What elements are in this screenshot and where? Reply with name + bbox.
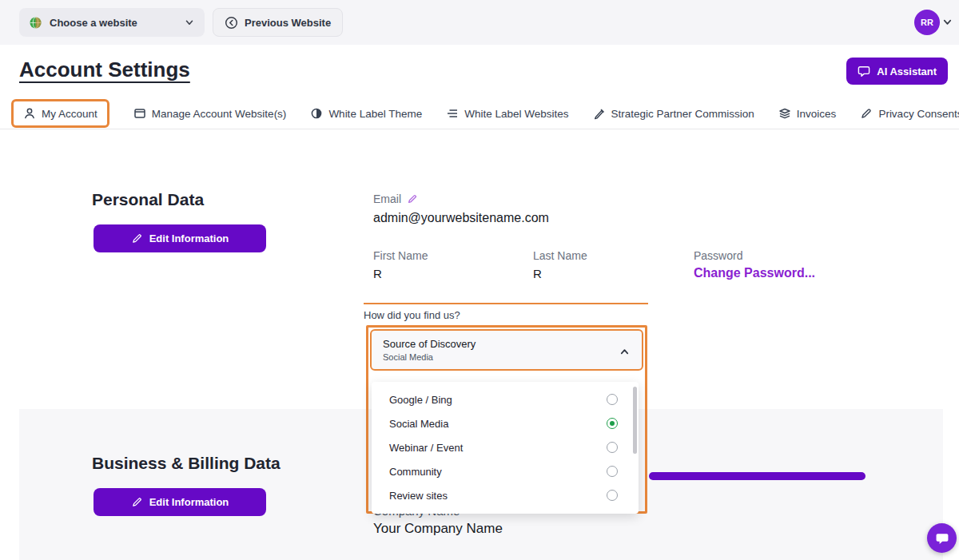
option-review-sites[interactable]: Review sites (372, 483, 639, 507)
back-arrow-icon (225, 16, 238, 30)
pencil-icon (131, 496, 143, 508)
radio-checked-icon[interactable] (607, 418, 618, 429)
tab-label: Invoices (797, 108, 837, 120)
edit-email-icon[interactable] (407, 193, 418, 205)
tab-my-account[interactable]: My Account (11, 99, 109, 128)
pencil-icon (860, 107, 873, 120)
email-value: admin@yourwebsitename.com (373, 211, 549, 225)
edit-business-info-button[interactable]: Edit Information (94, 488, 266, 516)
option-webinar-event[interactable]: Webinar / Event (372, 435, 639, 459)
pencil-icon (131, 232, 143, 244)
tabs-divider (0, 129, 959, 129)
option-community[interactable]: Community (372, 459, 639, 483)
radio-unchecked-icon[interactable] (607, 490, 618, 501)
scrollbar-thumb[interactable] (633, 387, 637, 454)
change-password-link[interactable]: Change Password... (694, 266, 815, 280)
avatar[interactable]: RR (914, 10, 940, 35)
globe-icon (29, 16, 42, 30)
chat-icon (858, 65, 870, 77)
person-icon (23, 107, 36, 120)
ai-assistant-label: AI Assistant (877, 66, 937, 77)
layers-icon (778, 107, 791, 120)
option-social-media[interactable]: Social Media (372, 411, 639, 435)
option-label: Social Media (389, 418, 607, 430)
tab-label: White Label Websites (464, 108, 568, 120)
ai-assistant-button[interactable]: AI Assistant (846, 58, 948, 85)
dropdown-title: Source of Discovery (383, 338, 631, 350)
tab-white-label-theme[interactable]: White Label Theme (310, 107, 422, 120)
tab-invoices[interactable]: Invoices (778, 107, 837, 120)
option-label: Review sites (389, 490, 607, 502)
avatar-chevron-down-icon[interactable] (941, 16, 953, 28)
chat-icon (935, 531, 949, 546)
previous-website-button[interactable]: Previous Website (213, 8, 343, 37)
tab-label: White Label Theme (328, 108, 422, 120)
option-label: Webinar / Event (389, 442, 607, 454)
last-name-value: R (533, 267, 542, 280)
tab-privacy-consents[interactable]: Privacy Consents (860, 107, 959, 120)
radio-unchecked-icon[interactable] (607, 442, 618, 453)
progress-bar (649, 472, 865, 480)
chevron-down-icon (184, 17, 195, 28)
dropdown-trigger[interactable]: Source of Discovery Social Media (370, 329, 643, 371)
page-title: Account Settings (19, 58, 190, 82)
choose-website-label: Choose a website (50, 17, 177, 29)
radio-unchecked-icon[interactable] (607, 466, 618, 477)
tab-label: Privacy Consents (878, 108, 959, 120)
chat-widget-button[interactable] (927, 523, 957, 553)
list-icon (446, 107, 459, 120)
option-google-bing[interactable]: Google / Bing (372, 387, 639, 411)
browser-window-icon (133, 107, 146, 120)
chevron-up-icon (619, 346, 631, 358)
dropdown-options-panel: Google / Bing Social Media Webinar / Eve… (372, 382, 639, 514)
first-name-label: First Name (373, 249, 428, 262)
tab-label: Strategic Partner Commission (611, 108, 754, 120)
settings-tabs: My Account Manage Account Website(s) Whi… (11, 97, 959, 129)
first-name-value: R (373, 267, 382, 280)
personal-data-title: Personal Data (92, 190, 204, 209)
top-bar: Choose a website Previous Website RR (0, 0, 959, 45)
radio-unchecked-icon[interactable] (607, 394, 618, 405)
company-name-value: Your Company Name (373, 521, 503, 537)
tab-white-label-websites[interactable]: White Label Websites (446, 107, 568, 120)
edit-info-label: Edit Information (149, 496, 229, 508)
business-billing-title: Business & Billing Data (92, 454, 281, 473)
tab-strategic-partner-commission[interactable]: Strategic Partner Commission (593, 107, 754, 120)
how-did-you-find-us-field: How did you find us? (364, 303, 648, 321)
edit-personal-info-button[interactable]: Edit Information (94, 224, 266, 252)
option-label: Community (389, 466, 607, 478)
find-us-label: How did you find us? (364, 309, 648, 321)
option-label: Google / Bing (389, 394, 607, 406)
tab-label: Manage Account Website(s) (152, 108, 287, 120)
dropdown-selected-value: Social Media (383, 352, 631, 362)
choose-website-select[interactable]: Choose a website (19, 8, 205, 37)
email-label-text: Email (373, 193, 401, 205)
source-of-discovery-dropdown: Source of Discovery Social Media Google … (366, 325, 647, 514)
quill-icon (593, 107, 606, 120)
last-name-label: Last Name (533, 249, 587, 262)
edit-info-label: Edit Information (149, 232, 229, 244)
previous-website-label: Previous Website (245, 17, 331, 29)
contrast-icon (310, 107, 323, 120)
account-settings-page: Choose a website Previous Website RR Acc… (0, 0, 959, 560)
tab-manage-account-websites[interactable]: Manage Account Website(s) (133, 107, 287, 120)
email-label: Email (373, 193, 418, 205)
tab-label: My Account (42, 108, 97, 120)
password-label: Password (694, 249, 742, 262)
